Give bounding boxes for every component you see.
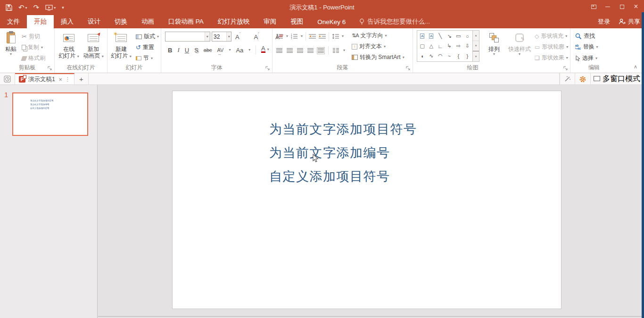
shape-scribble-icon[interactable]: ∿ bbox=[429, 53, 433, 59]
cut-button[interactable]: ✂剪切 bbox=[22, 33, 40, 41]
replace-button[interactable]: ab⮡ac 替换▾ bbox=[575, 43, 598, 51]
shape-elbow-arrow-icon[interactable]: ↳ bbox=[447, 43, 451, 49]
tab-onekey[interactable]: OneKey 6 bbox=[310, 15, 353, 28]
shape-oval-icon[interactable]: ○ bbox=[466, 33, 469, 39]
tab-review[interactable]: 审阅 bbox=[256, 15, 283, 28]
select-button[interactable]: 选择▾ bbox=[575, 54, 597, 62]
slide-thumbnail[interactable]: 为当前文字添加项目符号 为当前文字添加编号 自定义添加项目符号 bbox=[12, 92, 88, 136]
slide-text-line-1[interactable]: 为当前文字添加项目符号 bbox=[269, 121, 417, 138]
increase-indent-icon[interactable] bbox=[319, 33, 326, 39]
find-button[interactable]: 查找 bbox=[575, 32, 595, 40]
shape-arrow-icon[interactable]: ↘ bbox=[447, 33, 451, 39]
slide-thumbnail-panel[interactable]: 1 为当前文字添加项目符号 为当前文字添加编号 自定义添加项目符号 bbox=[0, 85, 98, 318]
reset-button[interactable]: ↺重置 bbox=[136, 43, 154, 51]
font-name-dropdown-icon[interactable]: ▾ bbox=[205, 32, 210, 41]
bullets-icon[interactable] bbox=[276, 33, 283, 39]
font-color-dropdown-icon[interactable]: ▾ bbox=[267, 48, 269, 51]
slide-text-line-2[interactable]: 为当前文字添加编号 bbox=[269, 144, 390, 161]
shapes-scrollbar[interactable]: ▴ ▾ ▾ bbox=[472, 31, 479, 61]
increase-font-size-button[interactable]: Aˆ bbox=[235, 33, 240, 41]
columns-icon[interactable] bbox=[333, 48, 339, 53]
quick-styles-button[interactable]: 快速样式 ▾ bbox=[506, 31, 533, 56]
shape-elbow-connector-icon[interactable]: ∟ bbox=[438, 43, 443, 49]
shape-textbox-icon[interactable]: A bbox=[420, 33, 424, 39]
settings-gear-icon[interactable] bbox=[575, 73, 590, 85]
sign-in-link[interactable]: 登录 bbox=[598, 17, 610, 26]
close-document-icon[interactable]: × bbox=[58, 76, 62, 83]
shape-freeform-icon[interactable]: ◖ bbox=[421, 53, 424, 59]
distributed-icon[interactable] bbox=[318, 48, 324, 53]
font-name-input[interactable] bbox=[165, 32, 205, 41]
decrease-indent-icon[interactable] bbox=[309, 33, 316, 39]
columns-dropdown-icon[interactable]: ▾ bbox=[343, 49, 345, 52]
tab-file[interactable]: 文件 bbox=[0, 15, 27, 28]
shape-rectangle-icon[interactable]: ▭ bbox=[456, 33, 461, 39]
align-right-icon[interactable] bbox=[297, 48, 303, 53]
underline-button[interactable]: U bbox=[185, 47, 189, 54]
magic-wand-icon[interactable] bbox=[560, 73, 575, 85]
customize-qat-icon[interactable]: ▾ bbox=[62, 5, 64, 10]
italic-button[interactable]: I bbox=[177, 46, 179, 54]
document-tab-menu-icon[interactable]: ⋮ bbox=[65, 76, 70, 83]
text-direction-button[interactable]: ⇅A 文字方向▾ bbox=[352, 32, 387, 40]
tab-slideshow[interactable]: 幻灯片放映 bbox=[211, 15, 257, 28]
document-tab[interactable]: P 演示文稿1 × ⋮ bbox=[15, 73, 74, 84]
align-text-button[interactable]: ↕ 对齐文本▾ bbox=[352, 42, 386, 50]
copy-button[interactable]: 复制▾ bbox=[22, 43, 43, 51]
font-dialog-launcher-icon[interactable] bbox=[265, 66, 270, 71]
arrange-button[interactable]: 排列 ▾ bbox=[485, 31, 504, 56]
font-size-input[interactable] bbox=[212, 32, 226, 41]
line-spacing-icon[interactable] bbox=[332, 33, 339, 40]
tab-insert[interactable]: 插入 bbox=[54, 15, 81, 28]
tab-pocket-animation[interactable]: 口袋动画 PA bbox=[161, 15, 211, 28]
align-left-icon[interactable] bbox=[276, 48, 282, 53]
shape-curve-icon[interactable]: ~ bbox=[448, 53, 451, 59]
spacing-dropdown-icon[interactable]: ▾ bbox=[229, 48, 231, 52]
font-size-combo[interactable]: ▾ bbox=[212, 32, 231, 42]
strikethrough-button[interactable]: abc bbox=[204, 47, 212, 53]
shape-left-brace-icon[interactable]: { bbox=[457, 53, 459, 59]
shape-outline-button[interactable]: ▭形状轮廓▾ bbox=[535, 43, 568, 51]
format-painter-button[interactable]: 格式刷 bbox=[22, 54, 45, 62]
numbering-dropdown-icon[interactable]: ▾ bbox=[301, 34, 303, 38]
minimize-icon[interactable] bbox=[601, 1, 615, 12]
convert-smartart-button[interactable]: 转换为 SmartArt▾ bbox=[352, 53, 405, 61]
tab-animations[interactable]: 动画 bbox=[134, 15, 161, 28]
multi-window-mode-button[interactable]: 多窗口模式 bbox=[590, 73, 644, 85]
tab-transitions[interactable]: 切换 bbox=[107, 15, 134, 28]
paste-button[interactable]: 粘贴 ▾ bbox=[3, 31, 19, 56]
session-history-icon[interactable] bbox=[0, 73, 15, 84]
tab-view[interactable]: 视图 bbox=[283, 15, 310, 28]
align-center-icon[interactable] bbox=[287, 48, 293, 53]
shapes-more-icon[interactable]: ▾ bbox=[473, 51, 479, 61]
slide-text-line-3[interactable]: 自定义添加项目符号 bbox=[269, 168, 390, 185]
paragraph-dialog-launcher-icon[interactable] bbox=[406, 66, 411, 71]
close-icon[interactable]: × bbox=[629, 1, 643, 12]
shape-right-brace-icon[interactable]: } bbox=[467, 53, 469, 59]
justify-icon[interactable] bbox=[307, 48, 314, 53]
font-name-combo[interactable]: ▾ bbox=[165, 32, 210, 42]
case-dropdown-icon[interactable]: ▾ bbox=[248, 48, 250, 52]
font-size-dropdown-icon[interactable]: ▾ bbox=[226, 32, 231, 41]
tell-me-box[interactable]: 告诉我您想要做什么... bbox=[353, 15, 437, 28]
new-document-tab-icon[interactable]: + bbox=[74, 73, 89, 84]
save-icon[interactable] bbox=[6, 4, 12, 11]
slide-canvas[interactable]: 为当前文字添加项目符号 为当前文字添加编号 自定义添加项目符号 bbox=[172, 91, 561, 309]
shape-fill-button[interactable]: ◇形状填充▾ bbox=[535, 32, 567, 40]
shape-line-icon[interactable]: ╲ bbox=[439, 33, 442, 39]
paste-dropdown-icon[interactable]: ▾ bbox=[3, 52, 19, 56]
bullets-dropdown-icon[interactable]: ▾ bbox=[286, 34, 288, 38]
collapse-ribbon-icon[interactable]: ∧ bbox=[634, 64, 637, 70]
shape-arc-icon[interactable]: ◠ bbox=[438, 53, 443, 59]
layout-button[interactable]: 版式▾ bbox=[136, 33, 159, 41]
font-color-button[interactable]: A bbox=[261, 46, 265, 53]
share-button[interactable]: 共享 bbox=[619, 17, 640, 26]
clipboard-dialog-launcher-icon[interactable] bbox=[48, 66, 52, 71]
shape-down-arrow-icon[interactable]: ⇩ bbox=[465, 43, 470, 49]
shape-rounded-rectangle-icon[interactable]: ▢ bbox=[420, 43, 424, 49]
line-spacing-dropdown-icon[interactable]: ▾ bbox=[342, 34, 344, 38]
shape-vertical-textbox-icon[interactable]: A bbox=[429, 33, 433, 39]
change-case-button[interactable]: Aa bbox=[236, 47, 243, 54]
maximize-icon[interactable] bbox=[615, 1, 629, 12]
bold-button[interactable]: B bbox=[168, 47, 172, 54]
